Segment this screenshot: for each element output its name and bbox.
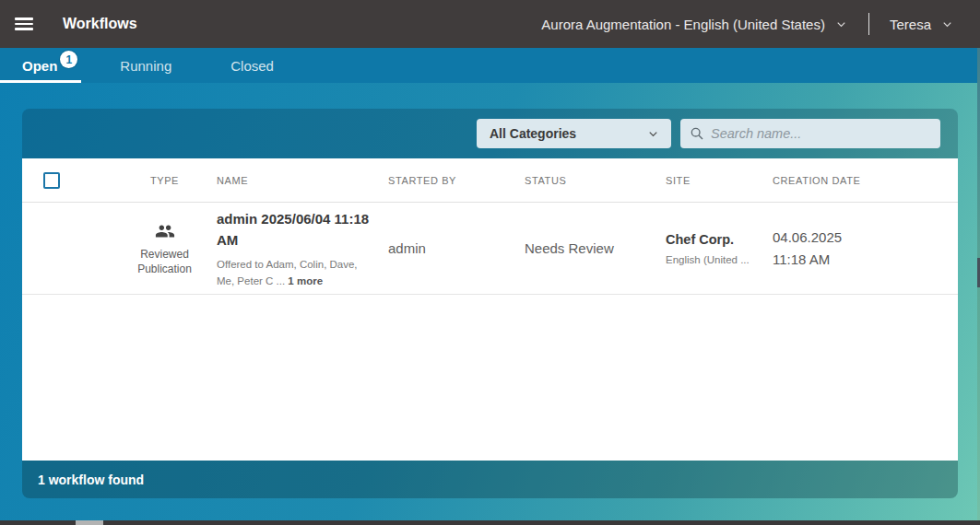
site-language: English (United ... [666,254,773,265]
chevron-down-icon [646,127,660,141]
tab-closed-label: Closed [230,58,274,74]
search-box [680,119,940,148]
horizontal-scrollbar[interactable] [0,520,980,525]
workflow-offered-to: Offered to Adam, Colin, Dave, Me, Peter … [217,256,377,289]
column-header-name: NAME [217,175,388,186]
main-content: All Categories TYPE NAME STARTED BY STAT… [0,83,980,525]
menu-icon[interactable] [15,18,33,30]
workflow-count-summary: 1 workflow found [38,472,144,487]
more-participants-link[interactable]: 1 more [288,275,323,286]
creation-time: 11:18 AM [773,249,958,271]
filter-bar: All Categories [22,109,958,158]
chevron-down-icon [940,18,954,31]
row-started-by-cell: admin [388,240,525,256]
tab-bar: Open 1 Running Closed [0,48,980,83]
workflow-list-card: All Categories TYPE NAME STARTED BY STAT… [22,109,958,498]
horizontal-scrollbar-thumb[interactable] [76,520,103,525]
site-name: Chef Corp. [666,232,773,247]
column-header-site: SITE [666,175,773,186]
workflow-name: admin 2025/06/04 11:18 AM [217,208,377,251]
people-icon [155,221,175,241]
language-selector[interactable]: Aurora Augmentation - English (United St… [541,17,848,32]
tab-open[interactable]: Open 1 [0,48,81,83]
row-creation-date-cell: 04.06.2025 11:18 AM [773,227,958,271]
category-dropdown-value: All Categories [490,126,576,141]
row-status-cell: Needs Review [525,240,666,256]
workflow-type-label: Reviewed Publication [118,247,211,276]
tab-closed[interactable]: Closed [212,48,292,83]
row-site-cell: Chef Corp. English (United ... [666,232,773,265]
workflow-table: TYPE NAME STARTED BY STATUS SITE CREATIO… [22,158,958,461]
topbar: Workflows Aurora Augmentation - English … [0,0,980,48]
search-icon [690,126,704,141]
table-row[interactable]: Reviewed Publication admin 2025/06/04 11… [22,203,958,295]
column-header-creation-date: CREATION DATE [773,175,958,186]
tab-running[interactable]: Running [101,48,190,83]
page-title: Workflows [63,16,137,32]
topbar-divider [868,13,869,35]
language-selector-label: Aurora Augmentation - English (United St… [541,17,825,32]
tab-running-label: Running [120,58,171,74]
column-header-type: TYPE [112,175,217,186]
column-header-started-by: STARTED BY [388,175,525,186]
tab-open-label: Open [22,58,57,74]
tab-open-count-badge: 1 [60,51,77,68]
select-all-checkbox[interactable] [43,172,60,189]
user-menu[interactable]: Teresa [890,17,954,32]
category-dropdown[interactable]: All Categories [477,119,671,148]
table-header-row: TYPE NAME STARTED BY STATUS SITE CREATIO… [22,158,958,203]
column-header-status: STATUS [525,175,666,186]
card-footer: 1 workflow found [22,461,958,498]
creation-date: 04.06.2025 [773,227,958,249]
chevron-down-icon [834,18,848,31]
user-name: Teresa [890,17,931,32]
row-type-cell: Reviewed Publication [112,221,217,276]
search-input[interactable] [711,126,931,141]
row-name-cell: admin 2025/06/04 11:18 AM Offered to Ada… [217,208,388,289]
